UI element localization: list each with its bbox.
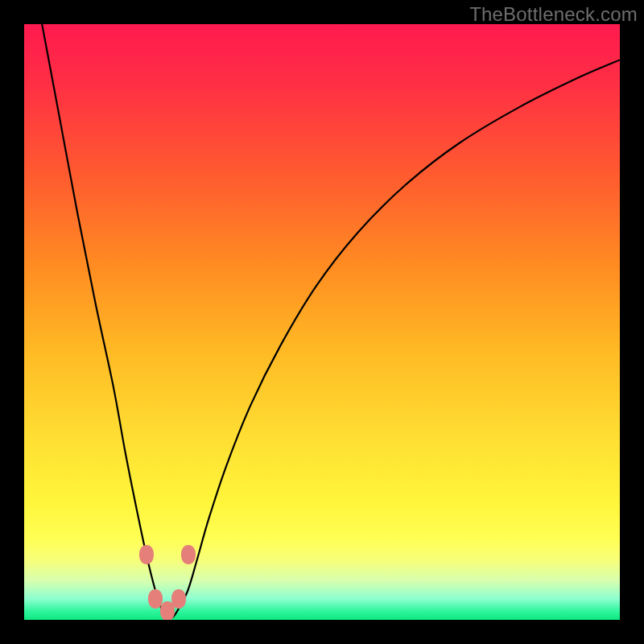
curve-marker <box>171 589 186 609</box>
svg-rect-0 <box>24 24 620 620</box>
curve-marker <box>139 545 154 564</box>
outer-frame: TheBottleneck.com <box>0 0 644 644</box>
watermark-text: TheBottleneck.com <box>469 3 638 26</box>
plot-area <box>24 24 620 620</box>
curve-marker <box>181 545 196 564</box>
gradient-background <box>24 24 620 620</box>
